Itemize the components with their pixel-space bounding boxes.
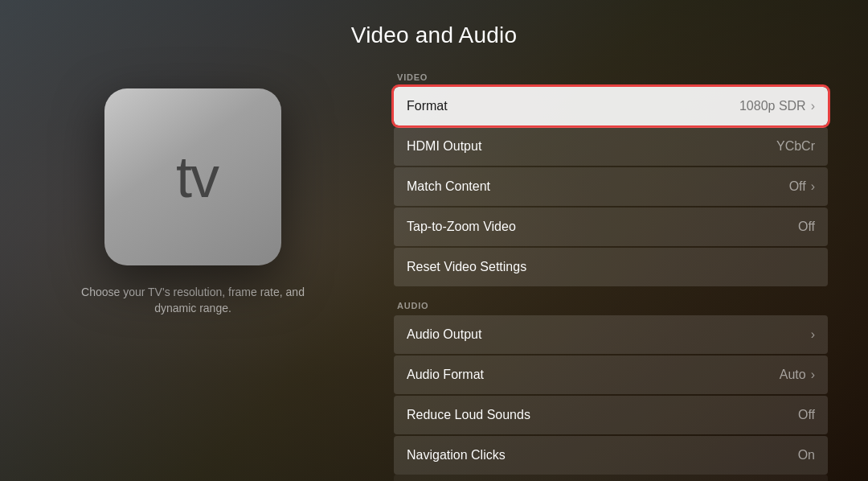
setting-value-nav-clicks: On (798, 448, 815, 462)
setting-right-reduce-loud: Off (798, 408, 815, 422)
setting-value-tap-zoom: Off (798, 220, 815, 234)
setting-name-audio-output: Audio Output (407, 327, 481, 342)
device-inner: tv (168, 148, 218, 206)
setting-value-reduce-loud: Off (798, 408, 815, 422)
setting-value-match-content: Off (789, 179, 806, 194)
video-settings-group: Format 1080p SDR › HDMI Output YCbCr Mat… (394, 87, 828, 286)
video-section-label: VIDEO (394, 72, 828, 82)
audio-section-label: AUDIO (394, 301, 828, 310)
tv-label: tv (176, 148, 218, 206)
setting-right-nav-clicks: On (798, 448, 815, 462)
setting-row-format[interactable]: Format 1080p SDR › (394, 87, 828, 125)
chevron-icon-format: › (811, 99, 815, 113)
setting-name-audio-format: Audio Format (407, 368, 484, 382)
setting-name-reset-video: Reset Video Settings (407, 260, 526, 274)
setting-row-match-content[interactable]: Match Content Off › (394, 167, 828, 206)
chevron-icon-audio-format: › (811, 368, 815, 382)
setting-name-format: Format (407, 99, 448, 113)
setting-value-format: 1080p SDR (739, 99, 806, 113)
setting-name-nav-clicks: Navigation Clicks (407, 448, 506, 462)
setting-name-hdmi: HDMI Output (407, 139, 481, 154)
setting-row-audio-output[interactable]: Audio Output › (394, 315, 828, 354)
setting-right-audio-format: Auto › (780, 368, 815, 382)
setting-row-audio-format[interactable]: Audio Format Auto › (394, 356, 828, 394)
setting-right-match-content: Off › (789, 179, 815, 194)
right-panel: VIDEO Format 1080p SDR › HDMI Output YCb… (394, 72, 828, 481)
setting-row-reset-video[interactable]: Reset Video Settings (394, 248, 828, 286)
setting-right-hdmi: YCbCr (776, 139, 815, 154)
setting-row-tap-zoom[interactable]: Tap-to-Zoom Video Off (394, 208, 828, 246)
page-title: Video and Audio (351, 23, 517, 48)
setting-row-hdmi[interactable]: HDMI Output YCbCr (394, 127, 828, 166)
page-content: Video and Audio tv Choose your TV's reso… (0, 0, 868, 481)
setting-row-reduce-loud[interactable]: Reduce Loud Sounds Off (394, 396, 828, 434)
partial-row-sound-effects[interactable]: Sound Effects and Music (394, 475, 828, 481)
chevron-icon-audio-output: › (811, 327, 815, 342)
setting-value-audio-format: Auto (780, 368, 806, 382)
setting-right-format: 1080p SDR › (739, 99, 815, 113)
device-caption: Choose your TV's resolution, frame rate,… (64, 285, 321, 316)
left-panel: tv Choose your TV's resolution, frame ra… (40, 72, 346, 316)
apple-tv-device: tv (104, 88, 281, 265)
setting-row-nav-clicks[interactable]: Navigation Clicks On (394, 436, 828, 475)
setting-right-tap-zoom: Off (798, 220, 815, 234)
setting-value-hdmi: YCbCr (776, 139, 815, 154)
audio-settings-group: Audio Output › Audio Format Auto › Reduc… (394, 315, 828, 475)
setting-name-match-content: Match Content (407, 179, 490, 194)
setting-name-reduce-loud: Reduce Loud Sounds (407, 408, 530, 422)
chevron-icon-match-content: › (811, 179, 815, 194)
setting-right-audio-output: › (811, 327, 815, 342)
setting-name-tap-zoom: Tap-to-Zoom Video (407, 220, 516, 234)
main-area: tv Choose your TV's resolution, frame ra… (0, 72, 868, 481)
